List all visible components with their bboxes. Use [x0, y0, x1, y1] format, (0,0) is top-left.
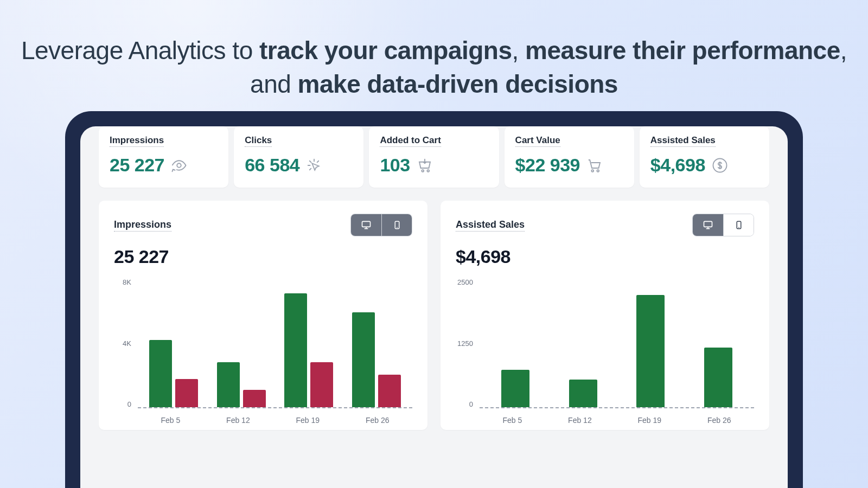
- mobile-toggle[interactable]: [381, 214, 412, 236]
- svg-rect-8: [704, 221, 712, 227]
- x-tick: Feb 19: [296, 416, 320, 425]
- svg-rect-6: [362, 221, 371, 227]
- chart-big-value: $4,698: [456, 246, 754, 267]
- stat-card-impressions[interactable]: Impressions 25 227: [99, 126, 228, 188]
- desktop-toggle[interactable]: [351, 214, 381, 236]
- bar-group: [275, 282, 343, 407]
- bar-primary: [569, 380, 597, 407]
- bar-secondary: [310, 362, 333, 407]
- impressions-chart: 8K 4K 0: [114, 278, 412, 425]
- bar-primary: [704, 348, 732, 407]
- bar-group: [617, 282, 685, 407]
- stats-row: Impressions 25 227 Clicks 66 584: [99, 126, 769, 188]
- chart-title: Impressions: [114, 219, 171, 232]
- cart-icon: [586, 157, 603, 174]
- stat-card-cart-value[interactable]: Cart Value $22 939: [505, 126, 634, 188]
- y-tick: 4K: [114, 339, 131, 348]
- x-axis: Feb 5 Feb 12 Feb 19 Feb 26: [138, 416, 412, 425]
- svg-point-0: [177, 163, 181, 168]
- device-toggle: [692, 214, 754, 236]
- x-tick: Feb 26: [366, 416, 390, 425]
- bar-secondary: [378, 375, 401, 407]
- x-tick: Feb 12: [568, 416, 592, 425]
- bar-group: [208, 282, 276, 407]
- y-tick: 0: [456, 400, 473, 408]
- x-axis: Feb 5 Feb 12 Feb 19 Feb 26: [480, 416, 754, 425]
- dollar-circle-icon: [712, 157, 728, 174]
- stat-label: Assisted Sales: [650, 135, 716, 147]
- bar-primary: [636, 295, 665, 407]
- y-tick: 0: [114, 400, 131, 408]
- bar-group: [140, 282, 208, 407]
- x-tick: Feb 26: [707, 416, 731, 425]
- desktop-toggle[interactable]: [693, 214, 723, 236]
- bar-group: [482, 282, 550, 407]
- add-to-cart-icon: [417, 157, 433, 174]
- chart-big-value: 25 227: [114, 246, 412, 267]
- stat-value: 25 227: [110, 155, 164, 176]
- stat-label: Cart Value: [515, 135, 560, 147]
- headline-text: ,: [512, 36, 526, 65]
- bar-primary: [149, 340, 172, 407]
- y-tick: 1250: [456, 339, 473, 348]
- page-headline: Leverage Analytics to track your campaig…: [0, 0, 868, 101]
- chart-title: Assisted Sales: [456, 219, 525, 232]
- charts-row: Impressions 25 227 8K 4K: [99, 201, 769, 430]
- bar-group: [343, 282, 411, 407]
- bar-primary: [284, 293, 307, 407]
- bar-primary: [501, 370, 529, 407]
- x-tick: Feb 5: [502, 416, 522, 425]
- assisted-sales-chart: 2500 1250 0: [456, 278, 754, 425]
- stat-card-assisted-sales[interactable]: Assisted Sales $4,698: [640, 126, 769, 188]
- eye-refresh-icon: [171, 157, 187, 174]
- svg-point-2: [427, 170, 429, 172]
- stat-card-added-to-cart[interactable]: Added to Cart 103: [369, 126, 499, 188]
- chart-card-assisted-sales: Assisted Sales $4,698 2500 1250: [441, 201, 769, 430]
- headline-bold: measure their performance: [525, 36, 840, 65]
- y-axis: 2500 1250 0: [456, 278, 477, 408]
- x-tick: Feb 19: [638, 416, 662, 425]
- svg-point-1: [422, 170, 424, 172]
- y-axis: 8K 4K 0: [114, 278, 136, 408]
- headline-text: Leverage Analytics to: [21, 36, 259, 65]
- device-toggle: [350, 214, 412, 236]
- plot-area: [480, 282, 754, 408]
- headline-bold: track your campaigns: [259, 36, 512, 65]
- plot-area: [138, 282, 412, 408]
- dashboard-screen: Impressions 25 227 Clicks 66 584: [80, 126, 788, 488]
- bar-group: [685, 282, 752, 407]
- bar-secondary: [175, 379, 198, 407]
- chart-card-impressions: Impressions 25 227 8K 4K: [99, 201, 427, 430]
- stat-value: 103: [380, 155, 410, 176]
- stat-label: Impressions: [110, 135, 164, 147]
- svg-point-3: [591, 170, 593, 172]
- y-tick: 8K: [114, 278, 131, 286]
- stat-value: 66 584: [245, 155, 299, 176]
- stat-value: $22 939: [515, 155, 580, 176]
- bar-primary: [217, 362, 240, 407]
- bar-primary: [352, 312, 375, 407]
- mobile-toggle[interactable]: [723, 214, 754, 236]
- x-tick: Feb 12: [226, 416, 250, 425]
- bar-group: [550, 282, 617, 407]
- bar-secondary: [243, 390, 266, 407]
- click-icon: [306, 157, 322, 174]
- headline-bold: make data-driven decisions: [298, 70, 618, 98]
- svg-point-4: [597, 170, 599, 172]
- stat-label: Added to Cart: [380, 135, 441, 147]
- y-tick: 2500: [456, 278, 473, 286]
- stat-card-clicks[interactable]: Clicks 66 584: [234, 126, 363, 188]
- stat-label: Clicks: [245, 135, 272, 147]
- device-frame: Impressions 25 227 Clicks 66 584: [65, 111, 803, 488]
- stat-value: $4,698: [650, 155, 705, 176]
- x-tick: Feb 5: [161, 416, 180, 425]
